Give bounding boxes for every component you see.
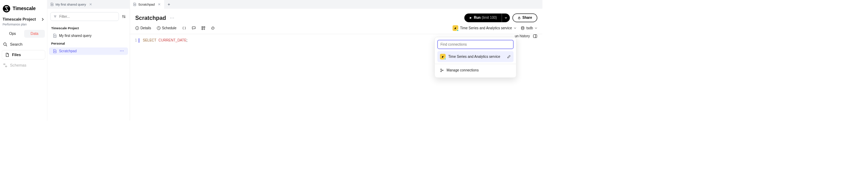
grid-plus-icon (201, 26, 205, 30)
chevron-down-icon (504, 17, 507, 20)
tab-scratchpad[interactable]: Scratchpad ✕ (130, 0, 164, 9)
brand-icon (3, 5, 11, 13)
play-icon (469, 16, 472, 20)
brand: Timescale (0, 3, 47, 17)
svg-point-35 (442, 70, 443, 71)
line-number: 1 (130, 38, 139, 42)
chevron-down-icon (514, 27, 517, 30)
details-button[interactable]: Details (135, 26, 151, 30)
svg-point-22 (137, 27, 137, 28)
panel-toggle-icon[interactable] (533, 34, 537, 39)
svg-point-34 (441, 71, 442, 72)
mode-toggle: Ops Data (0, 30, 47, 40)
run-button-group: Run (limit 100) (464, 14, 510, 22)
sql-keyword: SELECT (143, 38, 156, 42)
connection-item[interactable]: Time Series and Analytics service (437, 51, 514, 62)
section-personal: Personal (47, 40, 130, 47)
tab-label: Scratchpad (138, 2, 155, 6)
page-menu-button[interactable]: ··· (170, 16, 175, 20)
chevron-down-icon (535, 27, 537, 30)
document-icon (50, 3, 54, 6)
svg-rect-31 (533, 34, 537, 38)
svg-rect-4 (6, 66, 7, 67)
tree-item-label: My first shared query (59, 34, 91, 38)
toggle-ops[interactable]: Ops (2, 30, 23, 38)
branch-icon (440, 68, 444, 72)
cursor-icon (139, 38, 139, 43)
info-icon (135, 26, 139, 30)
tree-item-shared-query[interactable]: My first shared query (49, 32, 128, 39)
database-label: tsdb (526, 26, 533, 30)
sliders-icon (122, 15, 126, 18)
section-project: Timescale Project (47, 24, 130, 32)
manage-connections-button[interactable]: Manage connections (437, 66, 514, 75)
history-button[interactable] (211, 26, 215, 30)
format-button[interactable] (201, 26, 205, 30)
run-dropdown-button[interactable] (502, 14, 510, 22)
manage-connections-label: Manage connections (447, 68, 479, 72)
file-tabs: My first shared query ✕ (47, 0, 130, 9)
tab-label: My first shared query (55, 2, 86, 6)
svg-line-2 (6, 45, 7, 46)
share-button[interactable]: Share (512, 14, 537, 22)
page-title: Scratchpad (135, 15, 166, 21)
tab-shared-query[interactable]: My first shared query ✕ (47, 0, 95, 9)
database-icon (521, 26, 525, 30)
lock-icon (518, 16, 521, 20)
history-icon (211, 26, 215, 30)
file-icon (5, 53, 9, 57)
tree-item-label: Scratchpad (59, 49, 77, 53)
edit-icon[interactable] (507, 55, 511, 59)
svg-rect-25 (202, 26, 203, 28)
search-icon (3, 42, 8, 47)
svg-rect-27 (204, 26, 205, 28)
divider (435, 64, 516, 64)
nav-search[interactable]: Search (0, 40, 47, 49)
svg-point-30 (521, 26, 524, 28)
database-picker[interactable]: tsdb (521, 26, 537, 30)
variables-button[interactable] (182, 26, 186, 30)
comment-button[interactable] (192, 26, 195, 30)
project-name: Timescale Project (3, 17, 36, 22)
document-icon (133, 3, 137, 6)
run-button[interactable]: Run (limit 100) (464, 14, 502, 22)
toggle-data[interactable]: Data (24, 30, 45, 38)
nav-schemas[interactable]: Schemas (0, 61, 47, 70)
nav-schemas-label: Schemas (10, 63, 26, 68)
schedule-button[interactable]: Schedule (157, 26, 177, 30)
editor-tabs: Scratchpad ✕ + (130, 0, 542, 9)
svg-rect-26 (202, 29, 203, 30)
svg-rect-3 (4, 64, 5, 65)
connection-item-label: Time Series and Analytics service (448, 55, 504, 59)
new-tab-button[interactable]: + (164, 0, 173, 9)
status-dot-icon (457, 29, 459, 31)
project-switcher[interactable]: Timescale Project (0, 17, 47, 23)
connection-label: Time Series and Analytics service (460, 26, 512, 30)
connection-search-input[interactable] (440, 43, 510, 46)
main-area: Scratchpad ✕ + Scratchpad ··· Run (limit… (130, 0, 542, 121)
connection-search[interactable] (437, 40, 514, 49)
sliders-button[interactable] (121, 12, 127, 21)
comment-icon (192, 26, 195, 30)
connection-picker[interactable]: Time Series and Analytics service (452, 25, 516, 31)
svg-point-13 (124, 17, 125, 18)
status-dot-icon (444, 58, 446, 60)
tree-item-scratchpad[interactable]: Scratchpad ··· (49, 47, 128, 55)
schedule-label: Schedule (162, 26, 177, 30)
details-label: Details (140, 26, 151, 30)
filter-input[interactable] (50, 12, 119, 21)
filter-field[interactable] (59, 15, 116, 18)
svg-point-11 (123, 15, 124, 16)
nav-files[interactable]: Files (2, 50, 45, 60)
document-icon (53, 34, 57, 38)
close-icon[interactable]: ✕ (88, 2, 92, 7)
svg-rect-20 (518, 18, 520, 19)
connection-popover: Time Series and Analytics service Manage… (435, 37, 517, 78)
file-panel: My first shared query ✕ Timescale Projec… (47, 0, 130, 121)
item-menu-button[interactable]: ··· (120, 49, 124, 53)
close-icon[interactable]: ✕ (157, 2, 161, 7)
run-label: Run (474, 16, 480, 20)
document-icon (53, 49, 57, 53)
service-badge-icon (452, 25, 458, 31)
run-history-button[interactable]: un history (515, 34, 530, 38)
